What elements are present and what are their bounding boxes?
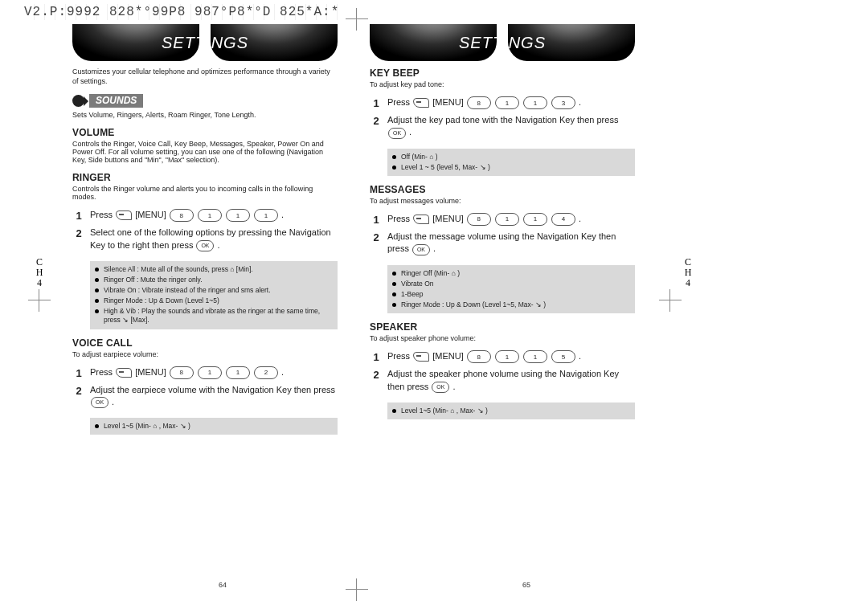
key-icon: 5 [551,350,575,363]
keybeep-sub: To adjust key pad tone: [370,80,635,88]
messages-sub: To adjust messages volume: [370,197,635,205]
speaker-title: SPEAKER [370,321,635,333]
bullet-icon [392,409,396,413]
page-number-right: 65 [522,581,530,589]
key-icon: 1 [495,350,519,363]
ringer-steps: Press [MENU] 8 1 1 1 . Select one of the… [72,207,338,255]
ok-key-icon: OK [388,128,406,139]
bullet-icon [392,292,396,296]
page-title-tab: SETTINGS [72,24,338,61]
cropmark-icon [28,289,51,312]
key-icon: 1 [198,366,222,379]
key-icon: 1 [226,366,250,379]
page-left: SETTINGS Customizes your cellular teleph… [48,24,354,595]
voicecall-steps: Press [MENU] 8 1 1 2 . Adjust the earpie… [72,365,338,412]
ok-key-icon: OK [412,244,430,255]
messages-steps: Press [MENU] 8 1 1 4 . Adjust the messag… [370,211,635,259]
ok-key-icon: OK [196,240,214,251]
page-title: SETTINGS [370,24,635,61]
intro-text: Customizes your cellular telephone and o… [72,67,338,86]
ringer-sub: Controls the Ringer volume and alerts yo… [72,185,338,201]
bullet-icon [95,278,99,282]
sounds-group-sub: Sets Volume, Ringers, Alerts, Roam Ringe… [72,111,338,119]
key-icon: 8 [467,350,491,363]
key-icon: 1 [198,209,222,222]
sounds-group-header: SOUNDS [72,94,338,108]
messages-title: MESSAGES [370,184,635,195]
voicecall-sub: To adjust earpiece volume: [72,350,338,358]
cropmark-icon [659,289,682,312]
messages-notes: Ringer Off (Min- ⌂ ) Vibrate On 1-Beep R… [387,265,635,313]
voicecall-notes: Level 1~5 (Min- ⌂ , Max- ↘ ) [90,418,338,435]
bullet-icon [95,424,99,428]
bullet-icon [392,303,396,307]
ringer-step-1: Press [MENU] 8 1 1 1 . [72,207,338,225]
key-icon: 8 [170,366,194,379]
speaker-step-1: Press [MENU] 8 1 1 5 . [370,349,635,366]
ok-key-icon: OK [432,382,449,393]
messages-step-2: Adjust the message volume using the Navi… [370,229,635,259]
softkey-icon [413,98,429,108]
bullet-icon [392,155,396,159]
softkey-icon [116,210,132,220]
bullet-icon [95,299,99,303]
key-icon: 1 [254,209,278,222]
key-icon: 1 [495,96,519,109]
ringer-title: RINGER [72,172,338,183]
bullet-arrow-icon [72,95,84,107]
bullet-icon [392,272,396,276]
messages-step-1: Press [MENU] 8 1 1 4 . [370,211,635,229]
key-icon: 1 [226,209,250,222]
speaker-steps: Press [MENU] 8 1 1 5 . Adjust the speake… [370,349,635,396]
softkey-icon [413,215,429,224]
page-number-left: 64 [219,581,227,589]
volume-title: VOLUME [72,127,338,138]
key-icon: 8 [170,209,194,222]
key-icon: 1 [523,96,547,109]
bullet-icon [392,282,396,286]
chapter-indicator-right: CH 4 [681,257,695,289]
key-icon: 1 [523,350,547,363]
page-title-tab: SETTINGS [370,24,635,61]
volume-sub: Controls the Ringer, Voice Call, Key Bee… [72,140,338,164]
keybeep-step-1: Press [MENU] 8 1 1 3 . [370,95,635,112]
sounds-group-label: SOUNDS [89,94,143,108]
bullet-icon [95,288,99,292]
keybeep-step-2: Adjust the key pad tone with the Navigat… [370,112,635,142]
key-icon: 8 [467,96,491,109]
key-icon: 1 [523,213,547,226]
keybeep-steps: Press [MENU] 8 1 1 3 . Adjust the key pa… [370,95,635,142]
voicecall-step-2: Adjust the earpiece volume with the Navi… [72,382,338,412]
page-right: SETTINGS KEY BEEP To adjust key pad tone… [354,24,659,595]
bullet-icon [95,309,99,313]
keybeep-notes: Off (Min- ⌂ ) Level 1 ~ 5 (level 5, Max-… [387,149,635,176]
ringer-step-2: Select one of the following options by p… [72,225,338,255]
chapter-indicator-left: CH 4 [32,257,47,289]
voicecall-title: VOICE CALL [72,337,338,349]
key-icon: 8 [467,213,491,226]
key-icon: 2 [254,366,278,379]
key-icon: 1 [495,213,519,226]
softkey-icon [116,368,132,378]
voicecall-step-1: Press [MENU] 8 1 1 2 . [72,365,338,382]
bullet-icon [95,268,99,272]
page-spread: SETTINGS Customizes your cellular teleph… [48,24,659,595]
speaker-sub: To adjust speaker phone volume: [370,334,635,342]
speaker-notes: Level 1~5 (Min- ⌂ , Max- ↘ ) [387,403,635,419]
softkey-icon [413,352,429,362]
ringer-notes: Silence All : Mute all of the sounds, pr… [90,261,338,329]
page-title: SETTINGS [72,24,338,61]
doc-header-code: V2.P:9992 828*°99P8 987°P8*°D 825*A:* [24,4,339,20]
keybeep-title: KEY BEEP [370,67,635,79]
ok-key-icon: OK [91,397,108,408]
key-icon: 4 [551,213,575,226]
key-icon: 3 [551,96,575,109]
speaker-step-2: Adjust the speaker phone volume using th… [370,366,635,396]
bullet-icon [392,166,396,170]
